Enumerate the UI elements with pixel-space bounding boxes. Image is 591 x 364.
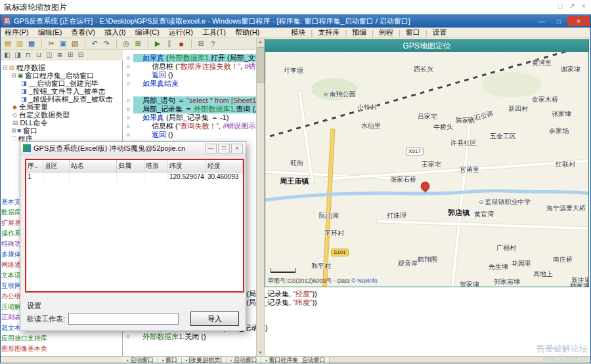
breakpoint-button[interactable]: ⊟ [195,39,207,49]
viewer-popout-icon[interactable]: ↗ [569,2,575,10]
dialog-maximize-button[interactable]: □ [218,144,230,153]
column-header-归属[interactable]: 归属 [117,160,144,172]
viewer-close-icon[interactable]: × [582,2,586,10]
viewer-restore-icon[interactable]: □ [558,2,563,10]
title-bar[interactable]: 易 GPS反查系统 [正在运行] - E:\Desktop\GPS反查\读取ex… [0,14,591,28]
column-header-县区[interactable]: 县区 [43,160,70,172]
map-label-text: 广福村 [496,244,516,251]
result-listview[interactable]: 序..县区站名归属塔形纬度经度 1120.52907430.460093 [25,159,244,293]
menu-right-例程[interactable]: 例程 [374,28,398,37]
worksheet-input[interactable] [68,313,179,325]
insert-control-button[interactable]: ⊞ [132,39,144,49]
find-button[interactable]: ◎ [120,39,132,49]
save-file-button[interactable]: ▦ [26,39,37,49]
tree-expander-icon[interactable]: ⊟ [11,71,16,79]
scroll-up-icon[interactable]: ▲ [257,39,264,44]
menu-right-预编[interactable]: 预编 [347,28,371,37]
excel-import-dialog: GPS反查系统(Excel版) 冲动IS魔鬼@52pojie.cn — □ × … [20,141,246,331]
redo-button[interactable]: ↷ [100,39,112,49]
column-header-序..[interactable]: 序.. [26,160,43,172]
tree-item[interactable]: ◨_按钮_文件导入_被单击 [0,87,122,95]
menu-编译(C)[interactable]: 编译(C) [130,28,164,37]
close-button[interactable]: × [567,16,590,26]
tree-item-label: _按钮_文件导入_被单击 [29,87,106,95]
scroll-down-icon[interactable]: ▼ [257,350,264,355]
column-header-经度[interactable]: 经度 [206,160,243,172]
same-width-button[interactable]: ◫ [44,51,55,59]
menu-right-模块[interactable]: 模块 [286,28,310,37]
scrollbar-thumb[interactable] [257,47,265,83]
new-file-button[interactable]: ▤ [2,39,14,49]
editor-scrollbar[interactable]: ▲ ▼ [256,38,265,356]
code-gutter-icon: ≣ [123,54,133,62]
minimize-button[interactable]: — [533,16,550,26]
tree-item-icon: ▣ [18,71,24,79]
menu-帮助(H)[interactable]: 帮助(H) [230,28,264,37]
tree-item[interactable]: ⊟▣窗口程序集_启动窗口 [0,71,122,79]
menu-程序(P)[interactable]: 程序(P) [0,28,33,37]
tree-item[interactable]: ◨__启动窗口_创建完毕 [0,79,122,87]
tree-item[interactable]: ▤DLL命令 [0,119,122,127]
align-top-button[interactable]: ⊓ [23,51,33,59]
bottom-tab-2[interactable]: ▪[张曼甜棋类] [182,357,227,364]
menu-运行(R)[interactable]: 运行(R) [164,28,198,37]
menu-right-支持库[interactable]: 支持库 [313,28,344,37]
bottom-tab-4[interactable]: ▪窗口程序集_启动窗口 [261,357,330,364]
show-grid-button[interactable]: ⊞ [65,51,76,59]
menu-编辑(E)[interactable]: 编辑(E) [33,28,67,37]
open-file-button[interactable]: ▥ [14,39,26,49]
tree-item-icon: □ [12,134,16,142]
tree-item[interactable]: ◨_超级列表框_反查_被双击 [0,95,122,103]
bottom-tab-1[interactable]: ▪窗口 [158,357,182,364]
column-header-塔形[interactable]: 塔形 [144,160,168,172]
map-label: 吕家宅 [418,112,437,121]
bottom-tab-0[interactable]: ▪启动窗口 [123,357,158,364]
menu-right-窗口[interactable]: 窗口 [401,28,425,37]
map-panel: GPS地图定位 审图号:GS(2012)6003号 - Data © Navin… [265,39,589,287]
help-button[interactable]: ? [207,39,219,49]
code-text: 如果真结束 [133,79,179,88]
library-item[interactable]: 图形图像基本类 [1,344,122,354]
paste-button[interactable]: ▧ [69,39,81,49]
table-row[interactable]: 1120.52907430.460093 [26,172,243,182]
tree-item[interactable]: ◆全局变量 [0,103,122,111]
dialog-titlebar[interactable]: GPS反查系统(Excel版) 冲动IS魔鬼@52pojie.cn — □ × [20,142,246,155]
tree-item[interactable]: ⊞■窗口 [0,127,122,134]
maximize-button[interactable]: □ [550,16,567,26]
library-item[interactable]: 应用接口支持库 [1,333,122,344]
tree-item[interactable]: ◇自定义数据类型 [0,111,122,119]
tree-expander-icon[interactable]: ⊟ [3,64,8,71]
copy-button[interactable]: ▣ [57,39,69,49]
run-button[interactable]: ▶ [152,39,164,49]
menu-工具(T)[interactable]: 工具(T) [198,28,230,37]
bottom-tab-3[interactable]: ▪启动窗口 [227,357,262,364]
pause-button[interactable]: ∥ [164,39,175,49]
map-label-text: 旺街 [290,159,303,167]
tree-item-label: 全局变量 [19,103,48,111]
align-bottom-button[interactable]: ⊔ [33,51,44,59]
map-label: 西长兴 [414,65,433,74]
import-button[interactable]: 导入 [190,312,239,326]
same-height-button[interactable]: ≣ [55,51,65,59]
menu-查看(V)[interactable]: 查看(V) [66,28,100,37]
tab-icon: ▪ [265,357,267,363]
dialog-close-button[interactable]: × [231,144,243,153]
column-header-站名[interactable]: 站名 [70,160,117,172]
navinfo-link[interactable]: © Navinfo [351,277,378,284]
cut-button[interactable]: ✂ [45,39,57,49]
align-right-button[interactable]: ◨ [12,51,23,59]
align-left-button[interactable]: ◧ [2,51,12,59]
map-canvas[interactable]: 审图号:GS(2012)6003号 - Data © Navinfo 圩李塘西长… [265,52,588,287]
dialog-minimize-button[interactable]: — [205,144,217,153]
tree-expander-icon[interactable]: ⊞ [11,127,16,134]
map-label-text: 王家宅 [422,161,441,168]
menu-插入(I)[interactable]: 插入(I) [100,28,130,37]
menu-right-设置[interactable]: 设置 [428,28,452,37]
map-label: 圩李塘 [284,66,303,75]
undo-button[interactable]: ↶ [89,39,100,49]
tree-item[interactable]: ⊟▤程序数据 [0,64,122,71]
map-label-text: 新四村 [508,105,528,112]
stop-button[interactable]: ■ [175,39,187,49]
column-header-纬度[interactable]: 纬度 [168,160,206,172]
center-controls-button[interactable]: ⊟ [76,51,86,59]
